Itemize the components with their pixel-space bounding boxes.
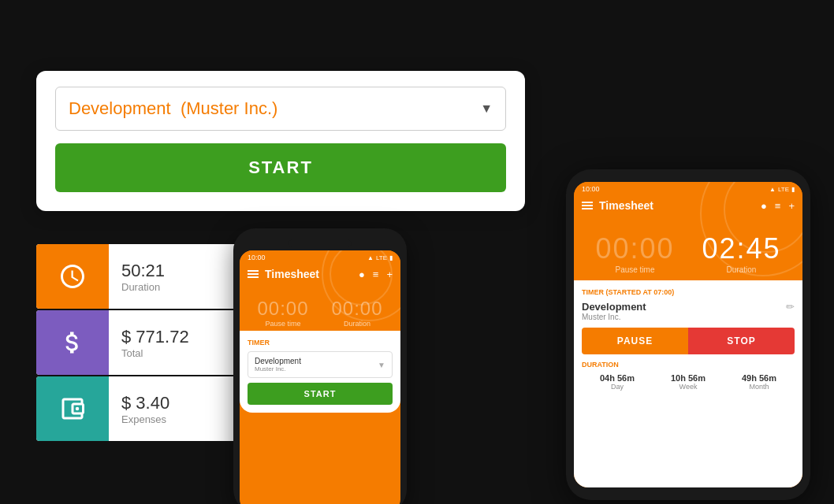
expenses-value: $ 3.40 <box>121 393 244 413</box>
status-time-small: 10:00 <box>248 254 266 261</box>
client-name: (Muster Inc.) <box>181 98 277 118</box>
stat-card-total: $ 771.72 Total <box>36 310 257 375</box>
edit-icon[interactable]: ✏ <box>786 301 795 313</box>
day-value: 04h 56m <box>600 373 635 383</box>
phone-bottom-large: TIMER (STARTED AT 07:00) Development Mus… <box>574 280 802 487</box>
menu-icon-small[interactable] <box>248 270 259 278</box>
stat-card-duration: 50:21 Duration <box>36 244 257 309</box>
clock-icon-bg <box>36 244 109 309</box>
week-value: 10h 56m <box>671 373 706 383</box>
pause-label-large: Pause time <box>595 265 674 274</box>
week-label: Week <box>671 383 706 391</box>
day-label: Day <box>600 383 635 391</box>
task-dropdown-arrow-small[interactable]: ▼ <box>378 361 385 369</box>
task-info-large: Development Muster Inc. <box>582 301 646 321</box>
phone-screen-large: 10:00 ▲ LTE ▮ Timesheet ● ≡ + 00:00 Paus <box>574 182 802 487</box>
start-button-small[interactable]: START <box>248 383 393 405</box>
phone-notch-small <box>289 239 352 247</box>
wallet-icon <box>58 395 87 423</box>
pause-timer-large: 00:00 Pause time <box>595 232 674 274</box>
task-name-small: Development <box>255 357 378 365</box>
pause-timer-small: 00:00 Pause time <box>257 298 308 328</box>
pause-button[interactable]: PAUSE <box>582 328 688 354</box>
phone-screen-small: 10:00 ▲ LTE ▮ Timesheet ● ≡ + 00:00 Paus <box>240 250 400 504</box>
project-name: Development <box>69 98 171 118</box>
dropdown-label: Development (Muster Inc.) <box>69 98 277 119</box>
timer-started-label: TIMER (STARTED AT 07:00) <box>582 288 674 296</box>
timer-section-label-small: TIMER <box>248 339 393 346</box>
chevron-down-icon: ▼ <box>480 102 493 116</box>
duration-label-small: Duration <box>331 320 382 328</box>
wallet-icon-bg <box>36 376 109 441</box>
duration-month: 49h 56m Month <box>742 373 776 391</box>
duration-week: 10h 56m Week <box>671 373 706 391</box>
pause-value-large: 00:00 <box>595 232 674 265</box>
duration-section: DURATION 04h 56m Day 10h 56m Week 49h 56… <box>582 361 795 391</box>
phone-bottom-small: TIMER Development Muster Inc. ▼ START <box>240 331 400 413</box>
duration-row: 04h 56m Day 10h 56m Week 49h 56m Month <box>582 373 795 391</box>
phone-small: 10:00 ▲ LTE ▮ Timesheet ● ≡ + 00:00 Paus <box>233 228 407 504</box>
duration-label: Duration <box>121 281 244 293</box>
project-dropdown[interactable]: Development (Muster Inc.) ▼ <box>55 87 506 131</box>
status-time-large: 10:00 <box>582 185 600 193</box>
task-client-large: Muster Inc. <box>582 313 646 321</box>
month-label: Month <box>742 383 776 391</box>
pause-label-small: Pause time <box>257 320 308 328</box>
main-card: Development (Muster Inc.) ▼ START <box>36 71 525 211</box>
dollar-icon <box>58 328 87 357</box>
start-button[interactable]: START <box>55 143 506 192</box>
clock-icon <box>58 262 87 291</box>
task-name-large: Development <box>582 301 646 313</box>
pause-value-small: 00:00 <box>257 298 308 320</box>
svg-point-0 <box>76 407 80 411</box>
task-client-small: Muster Inc. <box>255 365 378 372</box>
expenses-label: Expenses <box>121 413 244 425</box>
stop-button[interactable]: STOP <box>688 328 795 354</box>
total-value: $ 771.72 <box>121 327 244 347</box>
month-value: 49h 56m <box>742 373 776 383</box>
timer-header-row: TIMER (STARTED AT 07:00) <box>582 288 795 296</box>
dollar-icon-bg <box>36 310 109 375</box>
duration-value: 50:21 <box>121 261 244 281</box>
stats-panel: 50:21 Duration $ 771.72 Total $ 3.40 Exp… <box>36 244 257 443</box>
task-row-small: Development Muster Inc. ▼ <box>248 351 393 378</box>
duration-section-label: DURATION <box>582 361 795 369</box>
duration-day: 04h 56m Day <box>600 373 635 391</box>
stat-card-expenses: $ 3.40 Expenses <box>36 376 257 441</box>
phone-large: 10:00 ▲ LTE ▮ Timesheet ● ≡ + 00:00 Paus <box>566 169 810 500</box>
total-label: Total <box>121 347 244 359</box>
action-buttons: PAUSE STOP <box>582 328 795 354</box>
menu-icon-large[interactable] <box>582 202 593 209</box>
